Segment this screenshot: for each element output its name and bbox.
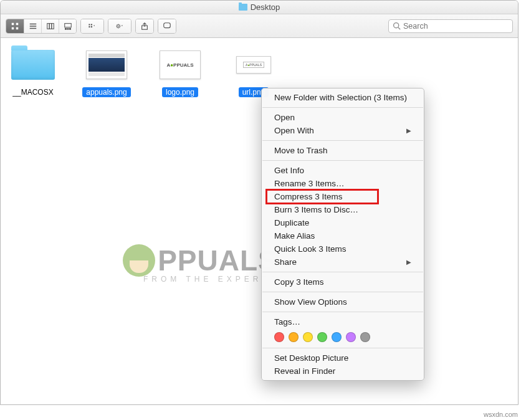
svg-rect-15: [91, 24, 92, 25]
submenu-arrow-icon: ▶: [406, 127, 411, 134]
context-menu-label: Tags…: [274, 317, 300, 327]
tags-group: [158, 19, 176, 34]
svg-rect-16: [88, 26, 90, 27]
svg-rect-11: [65, 28, 66, 29]
folder-thumbnail: [9, 47, 57, 83]
file-item-appuals[interactable]: appuals.png: [79, 47, 134, 97]
context-menu-item[interactable]: Reveal in Finder: [262, 365, 424, 378]
context-menu-label: Set Desktop Picture: [274, 353, 348, 363]
icon-view-button[interactable]: [6, 19, 24, 33]
context-menu-label: Get Info: [274, 166, 304, 175]
svg-rect-14: [88, 24, 90, 25]
file-item-logo[interactable]: A●PPUALS logo.png: [153, 47, 208, 97]
svg-rect-13: [69, 28, 70, 29]
context-menu-separator: [262, 292, 423, 292]
context-menu-label: Quick Look 3 Items: [274, 244, 347, 254]
tag-color-dot[interactable]: [303, 332, 313, 342]
context-menu-label: Share: [274, 257, 297, 267]
context-menu-label: Duplicate: [274, 218, 309, 227]
context-menu-item[interactable]: Show View Options: [262, 295, 424, 308]
tag-color-dot[interactable]: [274, 332, 284, 342]
svg-rect-7: [47, 23, 49, 29]
context-menu-label: Burn 3 Items to Disc…: [274, 205, 358, 214]
svg-rect-2: [12, 27, 14, 29]
svg-rect-17: [91, 26, 92, 27]
svg-line-22: [398, 27, 400, 29]
image-thumbnail: [82, 47, 131, 83]
search-icon: [393, 22, 401, 30]
context-menu-label: Compress 3 Items: [274, 192, 343, 201]
tag-color-dot[interactable]: [360, 332, 370, 342]
context-menu-item[interactable]: Tags…: [262, 315, 424, 328]
svg-rect-3: [16, 27, 19, 29]
tags-button[interactable]: [158, 19, 176, 33]
svg-point-19: [118, 26, 119, 27]
tag-color-row: [262, 328, 424, 345]
context-menu-item[interactable]: Get Info: [262, 164, 424, 177]
arrange-group: [80, 19, 104, 34]
context-menu-item[interactable]: Share▶: [262, 255, 424, 269]
list-view-button[interactable]: [24, 19, 41, 33]
context-menu-label: Copy 3 Items: [274, 277, 324, 287]
file-grid: __MACOSX appuals.png A●PPUALS logo.png: [6, 47, 513, 97]
titlebar[interactable]: Desktop: [1, 1, 518, 14]
window-title: Desktop: [239, 2, 280, 12]
svg-point-21: [394, 23, 399, 28]
context-menu-separator: [262, 140, 423, 141]
svg-rect-9: [51, 23, 54, 29]
credit-text: wsxdn.com: [482, 410, 520, 419]
context-menu-label: Make Alias: [274, 231, 315, 241]
context-menu-item[interactable]: Make Alias: [262, 229, 424, 242]
context-menu-item[interactable]: Rename 3 Items…: [262, 177, 424, 190]
image-thumbnail: A●PPUALS: [229, 47, 278, 83]
context-menu-item[interactable]: Open: [262, 111, 424, 124]
file-label: __MACOSX: [9, 87, 57, 97]
view-mode-group: [6, 19, 77, 34]
image-thumbnail: A●PPUALS: [156, 47, 204, 83]
context-menu-item[interactable]: Copy 3 Items: [262, 275, 424, 289]
svg-rect-12: [67, 28, 69, 29]
context-menu-item[interactable]: New Folder with Selection (3 Items): [262, 91, 424, 104]
column-view-button[interactable]: [41, 19, 59, 33]
tag-color-dot[interactable]: [346, 332, 356, 342]
submenu-arrow-icon: ▶: [406, 259, 411, 265]
context-menu-item[interactable]: Burn 3 Items to Disc…: [262, 203, 424, 216]
folder-icon: [239, 4, 247, 11]
context-menu-item[interactable]: Move to Trash: [262, 144, 424, 157]
search-field[interactable]: [388, 19, 513, 33]
share-group: [135, 19, 154, 34]
title-text: Desktop: [251, 2, 280, 12]
context-menu-label: New Folder with Selection (3 Items): [274, 93, 407, 102]
tag-color-dot[interactable]: [289, 332, 299, 342]
context-menu-label: Open With: [274, 126, 314, 135]
context-menu-label: Move to Trash: [274, 146, 328, 155]
toolbar: [1, 14, 518, 38]
svg-rect-0: [12, 22, 14, 25]
action-group: [108, 19, 131, 34]
context-menu-item[interactable]: Set Desktop Picture: [262, 351, 424, 365]
file-item-macosx[interactable]: __MACOSX: [6, 47, 60, 97]
finder-window: Desktop __MACOSX: [0, 0, 519, 405]
file-label: appuals.png: [82, 87, 130, 97]
context-menu-item[interactable]: Quick Look 3 Items: [262, 242, 424, 255]
arrange-button[interactable]: [81, 19, 103, 33]
context-menu-item[interactable]: Compress 3 Items: [262, 190, 424, 203]
tag-color-dot[interactable]: [332, 332, 342, 342]
watermark: PPUALS FROM THE EXPERTS!: [116, 244, 285, 284]
watermark-brand: PPUALS: [158, 244, 278, 277]
tag-color-dot[interactable]: [317, 332, 327, 342]
content-area[interactable]: __MACOSX appuals.png A●PPUALS logo.png: [1, 38, 518, 404]
context-menu-separator: [262, 160, 423, 161]
context-menu-label: Open: [274, 113, 295, 122]
action-button[interactable]: [108, 19, 131, 33]
context-menu-separator: [262, 348, 423, 348]
context-menu[interactable]: New Folder with Selection (3 Items)OpenO…: [261, 88, 424, 381]
file-label: logo.png: [162, 87, 198, 97]
context-menu-separator: [262, 272, 423, 272]
context-menu-separator: [262, 312, 423, 312]
search-input[interactable]: [403, 22, 509, 31]
context-menu-item[interactable]: Open With▶: [262, 124, 424, 137]
context-menu-item[interactable]: Duplicate: [262, 216, 424, 229]
gallery-view-button[interactable]: [59, 19, 76, 33]
share-button[interactable]: [136, 19, 153, 33]
